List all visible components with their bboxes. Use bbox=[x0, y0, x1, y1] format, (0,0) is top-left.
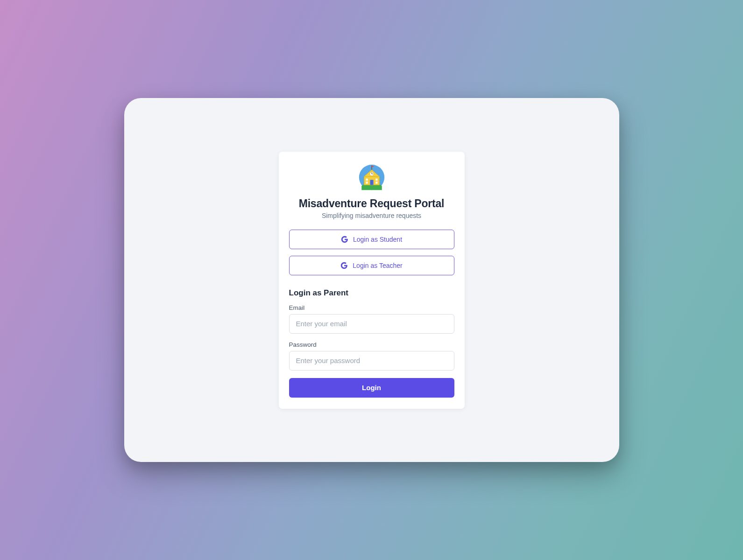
login-teacher-button[interactable]: Login as Teacher bbox=[289, 256, 454, 275]
svg-rect-12 bbox=[375, 182, 378, 184]
parent-login-heading: Login as Parent bbox=[289, 288, 454, 298]
email-field[interactable] bbox=[289, 314, 454, 334]
login-button-label: Login bbox=[362, 384, 381, 392]
app-frame: Misadventure Request Portal Simplifying … bbox=[124, 98, 619, 462]
login-student-label: Login as Student bbox=[353, 236, 402, 243]
school-building-icon bbox=[358, 164, 385, 191]
svg-rect-10 bbox=[375, 178, 378, 181]
google-icon bbox=[340, 262, 348, 269]
login-card: Misadventure Request Portal Simplifying … bbox=[279, 152, 465, 409]
svg-rect-11 bbox=[366, 182, 368, 184]
login-teacher-label: Login as Teacher bbox=[353, 262, 402, 269]
login-button[interactable]: Login bbox=[289, 378, 454, 398]
email-label: Email bbox=[289, 304, 454, 311]
logo-container bbox=[289, 164, 454, 191]
google-icon bbox=[341, 236, 348, 243]
password-field[interactable] bbox=[289, 351, 454, 371]
svg-rect-9 bbox=[366, 178, 368, 181]
password-label: Password bbox=[289, 341, 454, 348]
page-title: Misadventure Request Portal bbox=[289, 197, 454, 210]
login-student-button[interactable]: Login as Student bbox=[289, 230, 454, 249]
page-subtitle: Simplifying misadventure requests bbox=[289, 212, 454, 219]
